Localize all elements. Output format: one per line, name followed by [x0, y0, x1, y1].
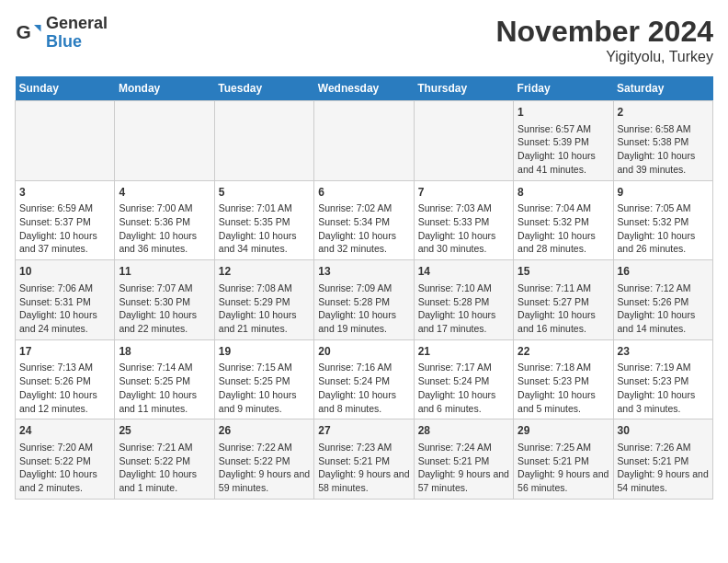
svg-text:G: G	[17, 21, 31, 42]
calendar-cell: 20Sunrise: 7:16 AMSunset: 5:24 PMDayligh…	[314, 339, 414, 419]
day-info: Sunset: 5:21 PM	[618, 454, 709, 468]
calendar-cell: 24Sunrise: 7:20 AMSunset: 5:22 PMDayligh…	[16, 419, 115, 500]
page-title: November 2024	[495, 15, 713, 49]
calendar-weekday: Sunday	[16, 76, 115, 101]
calendar-cell: 1Sunrise: 6:57 AMSunset: 5:39 PMDaylight…	[514, 101, 613, 181]
day-info: Sunrise: 7:11 AM	[518, 282, 609, 295]
day-info: Sunrise: 7:23 AM	[318, 441, 409, 454]
day-info: Sunset: 5:26 PM	[618, 295, 709, 309]
day-number: 28	[418, 423, 509, 439]
calendar-cell: 4Sunrise: 7:00 AMSunset: 5:36 PMDaylight…	[115, 180, 214, 260]
day-info: Sunrise: 7:09 AM	[318, 282, 409, 295]
day-info: Sunrise: 7:19 AM	[618, 361, 709, 374]
day-number: 8	[518, 185, 609, 201]
page-subtitle: Yigityolu, Turkey	[495, 49, 713, 65]
day-info: Daylight: 10 hours and 14 minutes.	[618, 308, 709, 335]
day-info: Sunset: 5:22 PM	[119, 454, 210, 468]
day-info: Sunset: 5:23 PM	[518, 374, 609, 388]
day-info: Sunrise: 6:58 AM	[618, 122, 709, 136]
day-info: Daylight: 10 hours and 16 minutes.	[518, 308, 609, 335]
day-info: Daylight: 10 hours and 12 minutes.	[19, 388, 110, 415]
day-info: Sunrise: 7:26 AM	[618, 441, 709, 454]
day-info: Sunrise: 7:00 AM	[119, 201, 210, 215]
calendar-week-row: 10Sunrise: 7:06 AMSunset: 5:31 PMDayligh…	[16, 260, 713, 340]
day-info: Daylight: 10 hours and 6 minutes.	[418, 388, 509, 415]
day-info: Daylight: 10 hours and 8 minutes.	[318, 388, 409, 415]
calendar-table: SundayMondayTuesdayWednesdayThursdayFrid…	[15, 76, 713, 500]
day-info: Sunrise: 7:03 AM	[418, 201, 509, 215]
day-info: Sunrise: 7:15 AM	[219, 361, 310, 374]
day-info: Daylight: 10 hours and 26 minutes.	[618, 229, 709, 256]
day-info: Daylight: 10 hours and 3 minutes.	[618, 388, 709, 415]
logo-icon: G	[15, 19, 42, 47]
day-info: Sunset: 5:28 PM	[318, 295, 409, 309]
calendar-weekday: Wednesday	[314, 76, 414, 101]
day-number: 11	[119, 264, 210, 280]
calendar-weekday: Thursday	[414, 76, 513, 101]
day-info: Sunset: 5:31 PM	[19, 295, 110, 309]
day-info: Sunrise: 7:16 AM	[318, 361, 409, 374]
calendar-cell: 29Sunrise: 7:25 AMSunset: 5:21 PMDayligh…	[514, 419, 613, 500]
day-info: Sunset: 5:26 PM	[19, 374, 110, 388]
calendar-week-row: 17Sunrise: 7:13 AMSunset: 5:26 PMDayligh…	[16, 339, 713, 419]
calendar-cell: 15Sunrise: 7:11 AMSunset: 5:27 PMDayligh…	[514, 260, 613, 340]
day-info: Sunset: 5:24 PM	[418, 374, 509, 388]
calendar-weekday: Saturday	[613, 76, 712, 101]
calendar-cell: 9Sunrise: 7:05 AMSunset: 5:32 PMDaylight…	[613, 180, 712, 260]
calendar-header-row: SundayMondayTuesdayWednesdayThursdayFrid…	[16, 76, 713, 101]
day-info: Sunrise: 7:20 AM	[19, 441, 110, 454]
calendar-week-row: 1Sunrise: 6:57 AMSunset: 5:39 PMDaylight…	[16, 101, 713, 181]
day-number: 15	[518, 264, 609, 280]
day-info: Daylight: 9 hours and 57 minutes.	[418, 467, 509, 494]
day-number: 17	[19, 344, 110, 360]
day-info: Sunrise: 7:25 AM	[518, 441, 609, 454]
calendar-cell	[115, 101, 214, 181]
day-info: Sunset: 5:28 PM	[418, 295, 509, 309]
day-number: 5	[219, 185, 310, 201]
day-info: Daylight: 10 hours and 36 minutes.	[119, 229, 210, 256]
calendar-cell	[16, 101, 115, 181]
day-info: Sunset: 5:25 PM	[219, 374, 310, 388]
calendar-cell: 12Sunrise: 7:08 AMSunset: 5:29 PMDayligh…	[214, 260, 313, 340]
day-info: Daylight: 10 hours and 19 minutes.	[318, 308, 409, 335]
day-info: Sunrise: 7:10 AM	[418, 282, 509, 295]
calendar-week-row: 3Sunrise: 6:59 AMSunset: 5:37 PMDaylight…	[16, 180, 713, 260]
calendar-cell: 28Sunrise: 7:24 AMSunset: 5:21 PMDayligh…	[414, 419, 513, 500]
day-info: Sunrise: 7:24 AM	[418, 441, 509, 454]
day-info: Daylight: 10 hours and 1 minute.	[119, 467, 210, 494]
day-info: Sunset: 5:24 PM	[318, 374, 409, 388]
day-info: Daylight: 10 hours and 21 minutes.	[219, 308, 310, 335]
day-info: Sunset: 5:34 PM	[318, 215, 409, 229]
day-number: 18	[119, 344, 210, 360]
day-info: Daylight: 10 hours and 30 minutes.	[418, 229, 509, 256]
day-number: 30	[618, 423, 709, 439]
day-info: Sunrise: 7:14 AM	[119, 361, 210, 374]
day-info: Sunset: 5:29 PM	[219, 295, 310, 309]
calendar-cell: 6Sunrise: 7:02 AMSunset: 5:34 PMDaylight…	[314, 180, 414, 260]
day-info: Daylight: 10 hours and 39 minutes.	[618, 149, 709, 176]
calendar-cell: 21Sunrise: 7:17 AMSunset: 5:24 PMDayligh…	[414, 339, 513, 419]
day-info: Sunrise: 7:07 AM	[119, 282, 210, 295]
day-info: Daylight: 9 hours and 59 minutes.	[219, 467, 310, 494]
day-info: Sunrise: 7:17 AM	[418, 361, 509, 374]
day-info: Sunset: 5:23 PM	[618, 374, 709, 388]
day-number: 22	[518, 344, 609, 360]
calendar-cell: 16Sunrise: 7:12 AMSunset: 5:26 PMDayligh…	[613, 260, 712, 340]
logo: G General Blue	[15, 15, 108, 52]
calendar-cell: 14Sunrise: 7:10 AMSunset: 5:28 PMDayligh…	[414, 260, 513, 340]
calendar-cell	[314, 101, 414, 181]
day-info: Daylight: 9 hours and 54 minutes.	[618, 467, 709, 494]
day-info: Sunrise: 7:08 AM	[219, 282, 310, 295]
calendar-cell: 13Sunrise: 7:09 AMSunset: 5:28 PMDayligh…	[314, 260, 414, 340]
day-info: Sunset: 5:32 PM	[618, 215, 709, 229]
day-info: Sunset: 5:21 PM	[318, 454, 409, 468]
calendar-cell: 26Sunrise: 7:22 AMSunset: 5:22 PMDayligh…	[214, 419, 313, 500]
day-info: Daylight: 10 hours and 2 minutes.	[19, 467, 110, 494]
day-number: 27	[318, 423, 409, 439]
day-info: Sunrise: 7:05 AM	[618, 201, 709, 215]
day-info: Sunset: 5:25 PM	[119, 374, 210, 388]
calendar-cell	[414, 101, 513, 181]
calendar-cell: 8Sunrise: 7:04 AMSunset: 5:32 PMDaylight…	[514, 180, 613, 260]
day-number: 7	[418, 185, 509, 201]
calendar-cell: 10Sunrise: 7:06 AMSunset: 5:31 PMDayligh…	[16, 260, 115, 340]
